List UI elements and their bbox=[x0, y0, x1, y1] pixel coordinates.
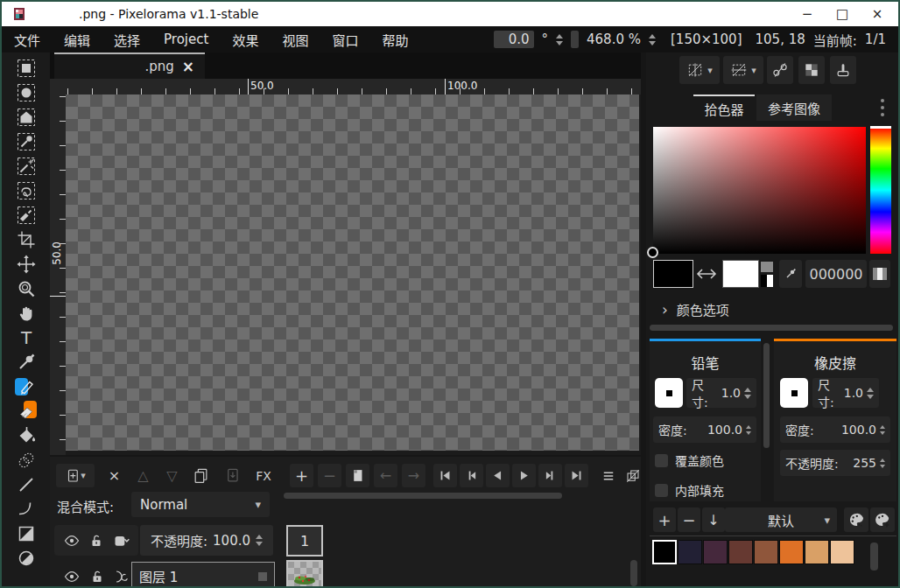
ellipse-select-tool[interactable] bbox=[14, 80, 38, 104]
hex-color-input[interactable]: 000000 bbox=[805, 260, 867, 288]
rectangle-select-tool[interactable] bbox=[14, 56, 38, 80]
text-tool[interactable]: T bbox=[14, 326, 38, 349]
pencil-size-field[interactable]: 尺寸: 1.0 bbox=[686, 378, 756, 408]
magic-wand-tool[interactable] bbox=[14, 154, 38, 178]
menu-file[interactable]: 文件 bbox=[14, 31, 40, 49]
overwrite-color-checkbox[interactable] bbox=[655, 454, 668, 467]
move-frame-right-button[interactable]: → bbox=[402, 464, 425, 487]
horizontal-ruler[interactable]: 50.0 100.0 bbox=[66, 79, 641, 94]
rotation-input[interactable]: 0.0 bbox=[494, 31, 534, 48]
layer-lock-icon[interactable] bbox=[88, 533, 104, 549]
eraser-tool[interactable] bbox=[14, 399, 38, 423]
frame-1-button[interactable]: 1 bbox=[286, 525, 323, 556]
close-button[interactable]: × bbox=[860, 3, 895, 25]
palette-select-dropdown[interactable]: 默认 ▾ bbox=[725, 508, 837, 532]
color-picker-tool[interactable] bbox=[14, 350, 38, 374]
palette-swatch-5[interactable] bbox=[779, 540, 804, 564]
eraser-brush-button[interactable] bbox=[780, 378, 808, 408]
horizontal-mirror-button[interactable]: ▾ bbox=[679, 56, 720, 84]
add-palette-color-button[interactable]: + bbox=[653, 508, 676, 532]
default-bw-swatch-icon[interactable] bbox=[761, 275, 773, 287]
blend-mode-dropdown[interactable]: Normal ▾ bbox=[131, 492, 270, 517]
hue-slider-cursor[interactable] bbox=[870, 126, 891, 129]
clone-frame-button[interactable] bbox=[346, 464, 369, 487]
pencil-density-spinner[interactable] bbox=[746, 425, 751, 435]
minimize-button[interactable]: − bbox=[790, 3, 825, 25]
tab-color-picker[interactable]: 拾色器 bbox=[693, 94, 755, 121]
background-color-swatch[interactable] bbox=[722, 260, 759, 288]
palette-swatch-6[interactable] bbox=[805, 540, 829, 564]
move-layer-down-button[interactable]: ▽ bbox=[160, 464, 184, 487]
layer-name-field[interactable]: 图层 1 bbox=[131, 562, 275, 588]
stamp-button[interactable] bbox=[830, 56, 856, 84]
timeline-settings-button[interactable] bbox=[596, 464, 620, 487]
polygon-select-tool[interactable] bbox=[14, 105, 38, 129]
remove-palette-color-button[interactable]: − bbox=[678, 508, 700, 532]
tab-reference-images[interactable]: 参考图像 bbox=[756, 94, 832, 121]
cel-thumbnail[interactable] bbox=[286, 560, 323, 588]
tab-close-icon[interactable]: × bbox=[182, 58, 194, 75]
pencil-brush-button[interactable] bbox=[655, 378, 683, 408]
palette-swatch-4[interactable] bbox=[754, 540, 778, 564]
vertical-ruler[interactable]: 50.0 bbox=[50, 94, 66, 455]
timeline-vertical-scrollbar[interactable] bbox=[630, 560, 637, 586]
next-frame-button[interactable] bbox=[538, 464, 562, 487]
rectangle-tool[interactable] bbox=[14, 522, 38, 545]
maximize-button[interactable]: □ bbox=[825, 3, 860, 25]
clone-layer-button[interactable] bbox=[189, 464, 213, 487]
shading-tool[interactable] bbox=[14, 448, 38, 472]
lasso-tool[interactable] bbox=[14, 178, 38, 202]
timeline-horizontal-scrollbar[interactable] bbox=[284, 493, 562, 499]
palette-swatch-3[interactable] bbox=[728, 540, 753, 564]
last-frame-button[interactable] bbox=[565, 464, 588, 487]
layer-opacity-field[interactable]: 不透明度: 100.0 bbox=[140, 525, 273, 556]
zoom-spinner[interactable] bbox=[649, 34, 656, 46]
sort-palette-button[interactable]: ↓ bbox=[702, 508, 725, 532]
zoom-tool[interactable] bbox=[14, 276, 38, 300]
eraser-density-spinner[interactable] bbox=[880, 425, 885, 435]
select-by-color-tool[interactable] bbox=[14, 130, 38, 153]
line-tool[interactable] bbox=[14, 472, 38, 496]
color-cursor[interactable] bbox=[647, 247, 658, 258]
menu-edit[interactable]: 编辑 bbox=[64, 31, 90, 49]
vertical-mirror-button[interactable]: ▾ bbox=[723, 56, 763, 84]
move-layer-up-button[interactable]: △ bbox=[131, 464, 155, 487]
add-frame-button[interactable]: + bbox=[290, 464, 313, 487]
rotation-spinner[interactable] bbox=[556, 34, 563, 46]
menu-view[interactable]: 视图 bbox=[282, 31, 308, 49]
saturation-value-gradient[interactable] bbox=[653, 127, 866, 254]
pencil-panel-scrollbar[interactable] bbox=[763, 343, 770, 448]
eraser-opacity-spinner[interactable] bbox=[880, 458, 885, 468]
play-backwards-button[interactable] bbox=[486, 464, 510, 487]
pick-color-button[interactable] bbox=[779, 260, 802, 288]
move-tool[interactable] bbox=[14, 252, 38, 276]
new-palette-button[interactable] bbox=[870, 508, 895, 532]
crop-tool[interactable] bbox=[14, 228, 38, 251]
ellipse-tool[interactable] bbox=[14, 546, 38, 570]
palette-swatch-0[interactable] bbox=[652, 540, 677, 564]
menu-window[interactable]: 窗口 bbox=[332, 31, 358, 49]
palette-swatch-2[interactable] bbox=[703, 540, 728, 564]
paint-selection-tool[interactable] bbox=[14, 203, 38, 227]
color-options-expander[interactable]: › 颜色选项 bbox=[662, 300, 729, 318]
swap-colors-icon[interactable] bbox=[696, 265, 717, 283]
transparency-grid-button[interactable] bbox=[798, 56, 825, 84]
menu-help[interactable]: 帮助 bbox=[382, 31, 408, 49]
menu-effects[interactable]: 效果 bbox=[232, 31, 258, 49]
pencil-density-field[interactable]: 密度: 100.0 bbox=[653, 416, 756, 443]
first-frame-button[interactable] bbox=[433, 464, 457, 487]
hue-slider[interactable] bbox=[870, 127, 891, 254]
layer-visibility-eye-icon[interactable] bbox=[63, 532, 81, 550]
palette-swatch-7[interactable] bbox=[830, 540, 854, 564]
add-layer-button[interactable]: ▾ bbox=[56, 464, 95, 487]
color-panel-scrollbar[interactable] bbox=[650, 325, 893, 331]
fill-inside-checkbox[interactable] bbox=[655, 484, 668, 497]
palette-swatch-1[interactable] bbox=[678, 540, 702, 564]
bucket-tool[interactable] bbox=[14, 424, 38, 447]
link-cels-icon[interactable] bbox=[114, 569, 130, 584]
play-forward-button[interactable] bbox=[512, 464, 536, 487]
color-compare-button[interactable] bbox=[869, 260, 890, 288]
overwrite-color-checkbox-row[interactable]: 覆盖颜色 bbox=[655, 452, 724, 469]
layer1-visibility-eye-icon[interactable] bbox=[63, 568, 81, 585]
menu-project[interactable]: Project bbox=[164, 32, 208, 47]
